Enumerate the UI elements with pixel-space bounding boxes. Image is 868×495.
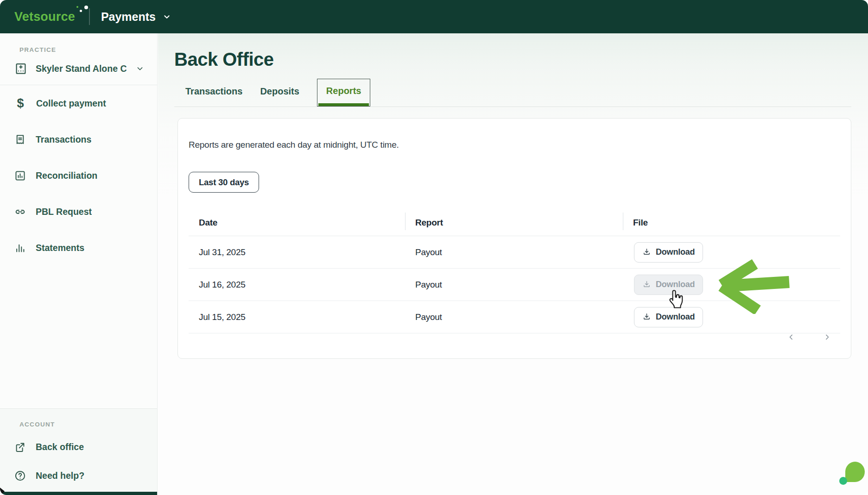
column-header-report: Report: [405, 210, 623, 236]
report-type: Payout: [405, 247, 623, 257]
practice-name: Skyler Stand Alone Cli...: [36, 63, 127, 74]
logo-sparkle-dot-icon: [76, 6, 78, 8]
chevron-down-icon: [135, 63, 145, 74]
chat-widget-dot-icon: [839, 477, 847, 485]
chevron-left-icon: [786, 332, 796, 342]
hospital-icon: [14, 62, 28, 75]
report-type: Payout: [405, 280, 623, 290]
download-label: Download: [656, 247, 695, 257]
table-header-row: Date Report File: [189, 210, 840, 236]
pagination: [189, 316, 840, 358]
download-button[interactable]: Download: [634, 275, 703, 295]
external-link-icon: [14, 441, 26, 453]
vetsource-logo: Vetsource: [14, 10, 88, 24]
sidebar-item-label: Collect payment: [36, 98, 106, 109]
table-row: Jul 31, 2025 Payout Download: [189, 236, 840, 269]
receipt-icon: [14, 133, 26, 146]
logo-sparkle-dot-icon: [80, 10, 82, 12]
practice-section-label: PRACTICE: [19, 46, 157, 53]
sidebar-item-need-help[interactable]: Need help?: [0, 461, 157, 490]
sidebar-item-label: Back office: [36, 442, 84, 452]
chevron-down-icon: [162, 12, 172, 22]
column-header-date: Date: [189, 210, 405, 236]
bar-chart-square-icon: [14, 169, 26, 182]
logo-sparkle-dot-icon: [84, 6, 88, 9]
sidebar: PRACTICE Skyler Stand Alone Cli... $ Col…: [0, 33, 158, 495]
sidebar-item-statements[interactable]: Statements: [0, 230, 157, 266]
app-switcher[interactable]: Payments: [101, 10, 172, 24]
sidebar-nav: $ Collect payment Transactions Reconcili…: [0, 85, 157, 266]
sidebar-item-back-office[interactable]: Back office: [0, 432, 157, 461]
header-divider: [89, 8, 90, 25]
sidebar-item-label: Need help?: [36, 470, 84, 481]
tab-reports[interactable]: Reports: [317, 79, 371, 107]
sidebar-item-collect-payment[interactable]: $ Collect payment: [0, 85, 157, 121]
download-icon: [642, 248, 651, 257]
main-content: Back Office Transactions Deposits Report…: [158, 33, 868, 495]
sidebar-item-label: Transactions: [36, 134, 91, 145]
download-icon: [642, 280, 651, 289]
pagination-prev-button[interactable]: [785, 331, 798, 344]
file-cell: Download: [623, 242, 840, 263]
sidebar-item-label: Statements: [36, 243, 84, 253]
reports-note: Reports are generated each day at midnig…: [189, 127, 840, 150]
help-circle-icon: [14, 470, 26, 482]
pagination-next-button[interactable]: [821, 331, 834, 344]
download-button[interactable]: Download: [634, 242, 703, 263]
sidebar-bottom-strip: [0, 492, 157, 495]
tab-transactions[interactable]: Transactions: [185, 86, 242, 107]
reports-table: Date Report File Jul 31, 2025 Payout Dow…: [189, 210, 840, 333]
tab-bar: Transactions Deposits Reports: [174, 78, 851, 107]
page-title: Back Office: [174, 49, 868, 70]
chat-widget-button[interactable]: [845, 462, 865, 482]
practice-selector[interactable]: Skyler Stand Alone Cli...: [0, 58, 157, 85]
report-date: Jul 16, 2025: [189, 280, 405, 290]
app-name-label: Payments: [101, 10, 156, 24]
dollar-icon: $: [14, 97, 27, 110]
account-section-label: ACCOUNT: [19, 421, 157, 428]
report-date: Jul 31, 2025: [189, 247, 405, 257]
column-header-file: File: [623, 210, 840, 236]
sidebar-item-reconciliation[interactable]: Reconciliation: [0, 157, 157, 194]
download-label: Download: [656, 280, 695, 289]
date-range-filter-button[interactable]: Last 30 days: [189, 172, 259, 193]
tab-deposits[interactable]: Deposits: [260, 86, 299, 107]
file-cell: Download: [623, 275, 840, 295]
bar-chart-icon: [14, 242, 26, 254]
reports-card: Reports are generated each day at midnig…: [177, 118, 851, 359]
sidebar-item-transactions[interactable]: Transactions: [0, 121, 157, 157]
link-icon: [14, 206, 26, 218]
sidebar-item-label: PBL Request: [36, 207, 92, 217]
account-section: ACCOUNT Back office Need help?: [0, 408, 157, 492]
app-window: Vetsource Payments PRACTICE Skyler Stand…: [0, 0, 868, 495]
top-bar: Vetsource Payments: [0, 0, 868, 33]
table-row: Jul 16, 2025 Payout Download: [189, 269, 840, 301]
vetsource-logo-text: Vetsource: [14, 10, 75, 24]
sidebar-item-pbl-request[interactable]: PBL Request: [0, 194, 157, 230]
sidebar-item-label: Reconciliation: [36, 170, 97, 181]
chevron-right-icon: [823, 332, 832, 342]
